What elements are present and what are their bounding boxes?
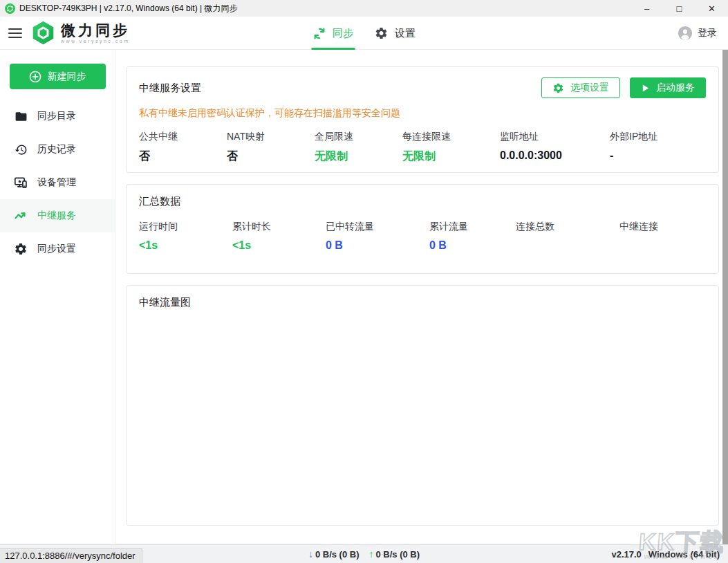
field-value: 0.0.0.0:3000 — [500, 149, 610, 163]
tab-settings-label: 设置 — [395, 27, 416, 40]
field-value: 0 B — [429, 239, 516, 252]
download-arrow-icon: ↓ — [308, 548, 313, 560]
sidebar-item-sync-folders[interactable]: 同步目录 — [0, 100, 115, 133]
network-stats: ↓ 0 B/s (0 B) ↑ 0 B/s (0 B) — [308, 548, 420, 560]
sidebar-item-label: 设备管理 — [37, 176, 76, 189]
field-value: 否 — [227, 149, 315, 164]
sync-icon — [312, 27, 326, 40]
field-label: 累计时长 — [232, 221, 326, 233]
login-label: 登录 — [698, 27, 717, 39]
sidebar-item-history[interactable]: 历史记录 — [0, 133, 115, 166]
sidebar-item-sync-settings[interactable]: 同步设置 — [0, 232, 115, 266]
field-global-speed-limit: 全局限速 无限制 — [315, 131, 402, 164]
summary-card: 汇总数据 运行时间 <1s 累计时长 <1s 已中转流量 0 B 累计流量 0 … — [126, 184, 719, 274]
field-value: 0 B — [326, 239, 429, 252]
user-avatar-icon — [678, 26, 693, 41]
field-value — [516, 239, 619, 252]
field-value: 无限制 — [315, 149, 402, 164]
sidebar-menu: 同步目录 历史记录 — [0, 100, 115, 266]
field-label: 中继连接 — [619, 221, 706, 233]
brand: 微力同步 www.verysync.com — [30, 20, 130, 46]
relay-fields: 公共中继 否 NAT映射 否 全局限速 无限制 每连接限速 无限制 监听地址 — [139, 131, 706, 164]
scrollbar-thumb[interactable] — [722, 50, 728, 544]
login-button[interactable]: 登录 — [678, 26, 717, 41]
main-tabs: 同步 设置 — [312, 17, 416, 50]
gear-icon — [374, 26, 388, 40]
brand-name: 微力同步 — [61, 23, 130, 38]
field-label: 监听地址 — [500, 131, 610, 143]
field-total-traffic: 累计流量 0 B — [429, 221, 516, 252]
field-label: 全局限速 — [315, 131, 402, 143]
field-label: NAT映射 — [227, 131, 315, 143]
field-total-duration: 累计时长 <1s — [232, 221, 326, 252]
main-content: 中继服务设置 选项设置 启动服务 私有中继未启用密码认证保护，可能存在扫描滥用等… — [115, 50, 728, 544]
field-label: 外部IP地址 — [610, 131, 706, 143]
chart-card-title: 中继流量图 — [139, 296, 191, 309]
version-info: v2.17.0 Windows (64 bit) — [611, 549, 720, 560]
field-value: 否 — [139, 149, 227, 164]
sidebar-item-label: 历史记录 — [37, 143, 76, 156]
relay-settings-card: 中继服务设置 选项设置 启动服务 私有中继未启用密码认证保护，可能存在扫描滥用等… — [126, 66, 719, 173]
window-title: DESKTOP-749K3PH | v2.17.0, Windows (64 b… — [19, 3, 237, 15]
play-icon — [641, 84, 650, 93]
sidebar: 新建同步 同步目录 历史记录 — [0, 50, 115, 544]
start-service-button[interactable]: 启动服务 — [630, 77, 706, 98]
field-label: 公共中继 — [139, 131, 227, 143]
field-label: 运行时间 — [139, 221, 232, 233]
field-public-relay: 公共中继 否 — [139, 131, 227, 164]
maximize-button[interactable]: □ — [663, 0, 696, 17]
options-settings-label: 选项设置 — [570, 82, 609, 94]
app-version: v2.17.0 — [611, 549, 641, 560]
sidebar-item-relay[interactable]: 中继服务 — [0, 199, 115, 232]
field-value: <1s — [232, 239, 326, 252]
field-relay-connections: 中继连接 — [619, 221, 706, 252]
vertical-scrollbar[interactable] — [722, 50, 728, 544]
history-icon — [14, 142, 28, 156]
sidebar-item-label: 同步设置 — [37, 243, 76, 255]
plus-circle-icon — [29, 71, 41, 83]
new-sync-label: 新建同步 — [48, 71, 86, 83]
field-label: 连接总数 — [516, 221, 619, 233]
download-stats: ↓ 0 B/s (0 B) — [308, 548, 360, 560]
field-label: 每连接限速 — [402, 131, 500, 143]
upload-rate: 0 B/s (0 B) — [376, 549, 420, 560]
field-external-ip: 外部IP地址 - — [610, 131, 706, 164]
app-header: 微力同步 www.verysync.com 同步 设置 登录 — [0, 17, 728, 50]
brand-url: www.verysync.com — [61, 39, 130, 44]
gear-icon — [552, 82, 564, 94]
sidebar-item-label: 中继服务 — [37, 210, 76, 222]
upload-stats: ↑ 0 B/s (0 B) — [369, 548, 420, 560]
sidebar-item-devices[interactable]: 设备管理 — [0, 166, 115, 199]
field-relayed-traffic: 已中转流量 0 B — [326, 221, 429, 252]
relay-activity-icon — [14, 209, 28, 223]
minimize-button[interactable]: – — [631, 0, 663, 17]
gear-icon — [14, 242, 28, 256]
tab-settings[interactable]: 设置 — [374, 17, 416, 50]
field-value — [619, 239, 706, 252]
new-sync-button[interactable]: 新建同步 — [10, 64, 106, 89]
field-total-connections: 连接总数 — [516, 221, 619, 252]
window-titlebar: DESKTOP-749K3PH | v2.17.0, Windows (64 b… — [0, 0, 728, 17]
folder-icon — [14, 109, 28, 123]
close-button[interactable]: ✕ — [696, 0, 728, 17]
app-icon — [5, 3, 15, 14]
start-service-label: 启动服务 — [656, 82, 695, 94]
brand-logo-icon — [30, 20, 56, 46]
field-label: 已中转流量 — [326, 221, 429, 233]
menu-icon[interactable] — [8, 26, 22, 41]
field-listen-address: 监听地址 0.0.0.0:3000 — [500, 131, 610, 164]
summary-card-title: 汇总数据 — [139, 195, 180, 208]
field-label: 累计流量 — [429, 221, 516, 233]
sidebar-item-label: 同步目录 — [37, 110, 76, 122]
field-nat-mapping: NAT映射 否 — [227, 131, 315, 164]
summary-fields: 运行时间 <1s 累计时长 <1s 已中转流量 0 B 累计流量 0 B 连接总… — [139, 221, 706, 252]
field-uptime: 运行时间 <1s — [139, 221, 232, 252]
options-settings-button[interactable]: 选项设置 — [541, 77, 620, 98]
download-rate: 0 B/s (0 B) — [315, 549, 360, 560]
field-value: <1s — [139, 239, 232, 252]
devices-icon — [14, 176, 28, 190]
tab-sync[interactable]: 同步 — [312, 17, 353, 50]
tab-sync-label: 同步 — [333, 27, 353, 40]
field-value: 无限制 — [402, 149, 500, 164]
os-info: Windows (64 bit) — [648, 549, 720, 560]
